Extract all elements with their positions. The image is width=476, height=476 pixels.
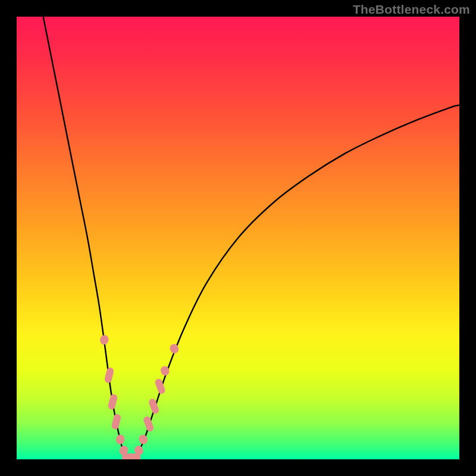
curve-marker	[169, 343, 180, 355]
curve-marker	[107, 393, 118, 410]
bottleneck-curve	[43, 17, 459, 458]
curve-path	[43, 17, 459, 458]
curve-marker	[104, 367, 115, 384]
watermark-text: TheBottleneck.com	[353, 2, 470, 17]
curve-marker	[137, 434, 149, 446]
curve-marker	[143, 415, 155, 433]
curve-marker	[148, 397, 160, 415]
curve-markers	[99, 334, 180, 459]
curve-marker	[111, 414, 121, 430]
curve-svg	[17, 17, 459, 459]
curve-marker	[115, 434, 125, 445]
curve-marker	[99, 334, 109, 346]
chart-frame	[17, 17, 459, 459]
